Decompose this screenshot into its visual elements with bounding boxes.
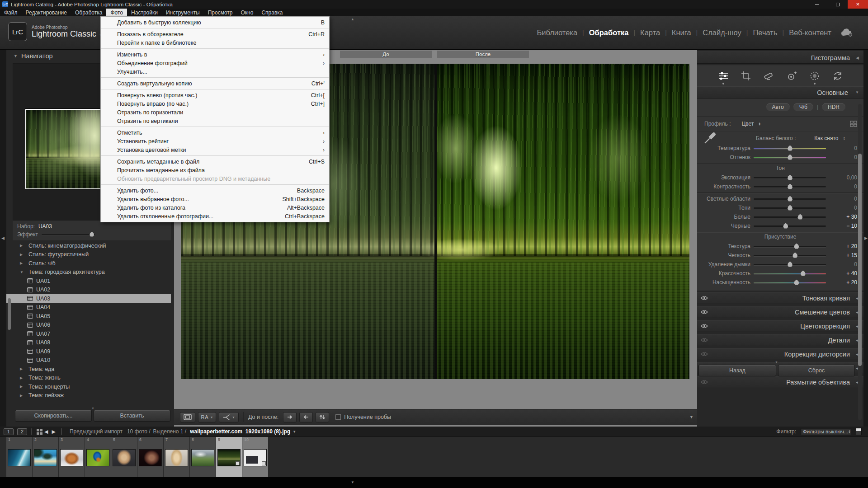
slider-value[interactable]: 0: [836, 183, 857, 190]
module-tab-2[interactable]: Обработка: [584, 28, 634, 37]
filmstrip-thumb-mountain[interactable]: [191, 449, 214, 466]
module-tab-3[interactable]: Карта: [635, 28, 665, 37]
menubar-item-3[interactable]: Обработка: [71, 9, 107, 16]
slider-value[interactable]: 0: [836, 154, 857, 160]
slider-track[interactable]: [754, 148, 826, 149]
white-balance-eyedropper[interactable]: [703, 130, 718, 145]
menubar-item-5[interactable]: Настройки: [127, 9, 162, 16]
slider-track[interactable]: [754, 157, 826, 158]
filmstrip-cell-1[interactable]: 1: [6, 437, 33, 477]
secondary-window-button[interactable]: 2∙∙∙: [17, 428, 27, 435]
menubar-item-4[interactable]: Фото: [106, 9, 127, 16]
panel-header-3[interactable]: Цветокоррекция◀: [697, 320, 863, 332]
collection-item-UA09[interactable]: UA09: [6, 347, 171, 356]
panel-header-1[interactable]: Тоновая кривая◀: [697, 292, 863, 304]
stepper-icon[interactable]: ▲▼: [758, 122, 760, 126]
module-tab-1[interactable]: Библиотека: [532, 28, 582, 37]
slider-thumb[interactable]: [794, 244, 799, 249]
disclosure-triangle-icon[interactable]: ▶: [20, 394, 25, 398]
slider-value[interactable]: + 20: [836, 279, 857, 286]
menu-item-4-2[interactable]: Отразить по горизонтали: [101, 108, 329, 117]
filmstrip-cell-3[interactable]: 3: [59, 437, 85, 477]
slider-thumb[interactable]: [788, 175, 793, 180]
profile-value[interactable]: Цвет: [741, 121, 754, 127]
loupe-view-button[interactable]: [180, 412, 195, 422]
collection-group-16[interactable]: ▶Тема: жизнь: [6, 374, 171, 383]
sync-icon[interactable]: [832, 71, 843, 81]
histogram-header[interactable]: Гистограмма ◀: [697, 52, 863, 64]
effect-slider[interactable]: [42, 234, 95, 235]
filmstrip-cell-5[interactable]: 5: [111, 437, 137, 477]
slider-track[interactable]: [754, 273, 826, 274]
collection-group-2[interactable]: ▶Стиль: футуристичный: [6, 250, 171, 259]
collection-item-UA03[interactable]: UA03: [6, 294, 171, 303]
filmstrip-cell-2[interactable]: 2: [33, 437, 59, 477]
right-scrollbar-thumb[interactable]: [858, 154, 862, 366]
menubar-item-6[interactable]: Инструменты: [162, 9, 204, 16]
filmstrip-cell-9[interactable]: 9: [216, 437, 242, 477]
menu-item-2-0[interactable]: Изменить в›: [101, 50, 329, 59]
module-tab-7[interactable]: Веб-контент: [784, 28, 836, 37]
filmstrip-thumb-blonde2[interactable]: [165, 449, 188, 466]
collection-item-UA06[interactable]: UA06: [6, 321, 171, 330]
red-eye-icon[interactable]: [786, 71, 797, 81]
maximize-button[interactable]: [827, 0, 848, 9]
eye-icon[interactable]: [701, 380, 708, 385]
paste-button[interactable]: Вставить: [94, 410, 170, 422]
eye-icon[interactable]: [701, 324, 708, 328]
collection-group-1[interactable]: ▶Стиль: кинематографический: [6, 241, 171, 250]
eye-icon[interactable]: [701, 352, 708, 357]
slider-thumb[interactable]: [783, 223, 788, 229]
slider-track[interactable]: [754, 216, 826, 218]
slider-value[interactable]: − 10: [836, 223, 857, 229]
effect-slider-thumb[interactable]: [90, 232, 94, 237]
menu-item-4-3[interactable]: Отразить по вертикали: [101, 117, 329, 125]
slider-thumb[interactable]: [788, 155, 793, 160]
cloud-sync-icon[interactable]: [841, 28, 853, 37]
source-label[interactable]: Предыдущий импорт: [70, 428, 123, 435]
filmstrip-thumb-forest[interactable]: [217, 449, 241, 466]
disclosure-triangle-icon[interactable]: ▶: [20, 367, 25, 371]
filmstrip-thumb-brunette[interactable]: [139, 449, 162, 466]
left-scrollbar[interactable]: [8, 298, 11, 330]
menu-item-7-1[interactable]: Удалить выбранное фото...Shift+Backspace: [101, 195, 329, 203]
back-button[interactable]: Назад: [698, 365, 776, 376]
auto-button[interactable]: Авто: [766, 103, 790, 111]
slider-thumb[interactable]: [801, 271, 806, 276]
menubar-item-9[interactable]: Справка: [257, 9, 287, 16]
slider-value[interactable]: 0: [836, 145, 857, 151]
slider-track[interactable]: [754, 282, 826, 283]
slider-value[interactable]: + 20: [836, 243, 857, 249]
collection-item-UA01[interactable]: UA01: [6, 277, 171, 286]
edit-sliders-icon[interactable]: [718, 71, 729, 81]
filmstrip-cell-6[interactable]: 6: [137, 437, 164, 477]
slider-value[interactable]: + 40: [836, 270, 857, 277]
left-panel-edge[interactable]: ◀: [0, 50, 6, 427]
panel-header-7[interactable]: Размытие объектива◀: [697, 376, 863, 388]
next-photo-arrow[interactable]: ▶: [52, 429, 55, 435]
right-panel-edge[interactable]: ▶: [863, 50, 868, 427]
menu-item-6-1[interactable]: Прочитать метаданные из файла: [101, 166, 329, 174]
slider-track[interactable]: [754, 198, 826, 200]
collection-item-UA04[interactable]: UA04: [6, 303, 171, 312]
menu-item-5-1[interactable]: Установить рейтинг›: [101, 137, 329, 145]
soft-proofing-checkbox[interactable]: [335, 414, 341, 420]
panel-header-2[interactable]: Смешение цветов◀: [697, 306, 863, 318]
slider-track[interactable]: [754, 186, 826, 188]
collection-group-3[interactable]: ▶Стиль: ч/б: [6, 259, 171, 268]
disclosure-triangle-icon[interactable]: ▶: [20, 253, 25, 257]
slider-track[interactable]: [754, 255, 826, 256]
toolbar-options-caret[interactable]: ▼: [689, 415, 693, 419]
filter-toggle[interactable]: [856, 428, 862, 435]
chevron-down-icon[interactable]: ▼: [292, 430, 296, 434]
slider-thumb[interactable]: [788, 184, 793, 189]
disclosure-triangle-icon[interactable]: ▶: [20, 244, 25, 248]
slider-track[interactable]: [754, 207, 826, 209]
slider-thumb[interactable]: [788, 262, 793, 267]
slider-value[interactable]: 0: [836, 205, 857, 211]
copy-button[interactable]: Скопировать...: [15, 410, 92, 422]
disclosure-triangle-icon[interactable]: ▶: [20, 385, 25, 389]
module-tab-4[interactable]: Книга: [667, 28, 696, 37]
menubar-item-2[interactable]: Редактирование: [22, 9, 71, 16]
slider-value[interactable]: + 15: [836, 252, 857, 258]
